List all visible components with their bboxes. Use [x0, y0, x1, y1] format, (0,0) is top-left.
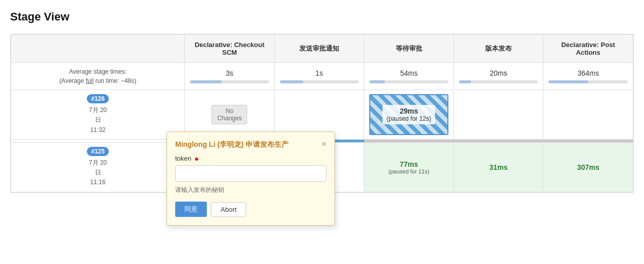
- avg-label-line2: (Average: [59, 77, 84, 84]
- avg-label-underline: full: [86, 77, 93, 84]
- build-id-cell-125: #125 7月 20 日 11:16: [11, 143, 185, 192]
- abort-button[interactable]: Abort: [211, 202, 246, 217]
- no-changes-box: No Changes: [211, 105, 247, 124]
- token-input[interactable]: [175, 165, 326, 182]
- popup-title: Minglong Li (李明龙) 申请发布生产: [175, 140, 318, 149]
- build-id-cell-126: #126 7月 20 日 11:32: [11, 90, 185, 140]
- progress-bar-5: [548, 80, 628, 83]
- avg-stage5: 364ms: [543, 63, 633, 90]
- col-header-stage5: Declarative: Post Actions: [543, 35, 633, 63]
- token-label: token: [175, 155, 326, 162]
- header-row: Declarative: Checkout SCM 发送审批通知 等待审批 版本…: [11, 35, 633, 63]
- avg-label-line1: Average stage times:: [69, 68, 127, 75]
- required-indicator: [195, 158, 198, 161]
- page-title: Stage View: [10, 10, 634, 24]
- col-header-stage3: 等待审批: [364, 35, 454, 63]
- col-header-stage1: Declarative: Checkout SCM: [185, 35, 275, 63]
- build-126-stage5: [543, 90, 633, 140]
- close-icon[interactable]: ×: [322, 140, 326, 148]
- build-126-stage3: 29ms (paused for 12s): [364, 90, 454, 140]
- col-header-stage2: 发送审批通知: [274, 35, 364, 63]
- paused-ms-126: 29ms: [387, 107, 431, 115]
- paused-label-126: (paused for 12s): [387, 115, 431, 122]
- stage-view: Declarative: Checkout SCM 发送审批通知 等待审批 版本…: [10, 34, 634, 193]
- agree-button[interactable]: 同意: [175, 202, 207, 217]
- build-125-stage5[interactable]: 307ms: [543, 143, 633, 192]
- progress-bar-1: [190, 80, 269, 83]
- build-126-stage4: [454, 90, 543, 140]
- progress-bar-2: [280, 80, 359, 83]
- build-125-stage3[interactable]: 77ms (paused for 11s): [364, 143, 454, 192]
- avg-stage4: 20ms: [454, 63, 543, 90]
- build-125-stage4[interactable]: 31ms: [454, 143, 543, 192]
- avg-stage3: 54ms: [364, 63, 454, 90]
- avg-label-cell: Average stage times: (Average full run t…: [11, 63, 185, 90]
- avg-times-row: Average stage times: (Average full run t…: [11, 63, 633, 90]
- build-badge-125[interactable]: #125: [87, 147, 109, 156]
- avg-label-line3: run time: ~48s): [96, 77, 136, 84]
- popup-header: Minglong Li (李明龙) 申请发布生产 ×: [175, 140, 326, 149]
- build-badge-126[interactable]: #126: [87, 94, 109, 103]
- popup-buttons: 同意 Abort: [175, 202, 326, 217]
- progress-bar-4: [459, 80, 538, 83]
- popup-hint: 请输入发布的秘钥: [175, 186, 326, 194]
- header-left: [11, 35, 185, 63]
- build-date-125: 7月 20 日 11:16: [16, 158, 179, 188]
- build-date-126: 7月 20 日 11:32: [16, 105, 179, 135]
- token-popup: Minglong Li (李明龙) 申请发布生产 × token 请输入发布的秘…: [166, 131, 335, 226]
- paused-box-126[interactable]: 29ms (paused for 12s): [369, 94, 448, 135]
- progress-bar-3: [369, 80, 448, 83]
- avg-stage1: 3s: [185, 63, 275, 90]
- col-header-stage4: 版本发布: [454, 35, 543, 63]
- avg-stage2: 1s: [274, 63, 364, 90]
